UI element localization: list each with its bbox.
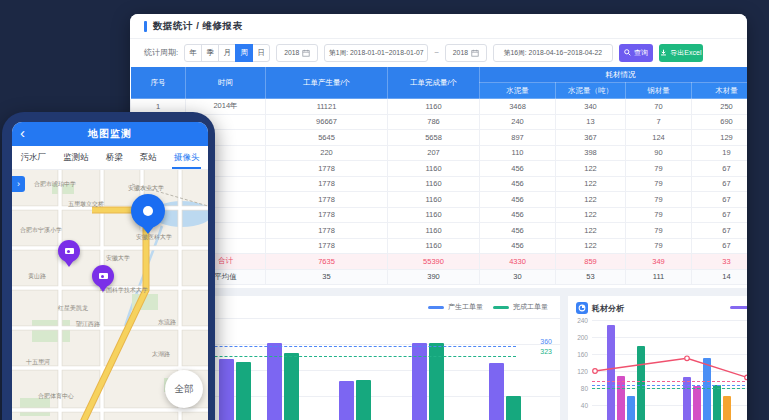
sub-column-header: 钢材量 xyxy=(626,83,692,99)
table-cell: 122 xyxy=(556,207,626,223)
bar-产生工单量 xyxy=(489,363,504,420)
table-cell: 14 xyxy=(692,269,748,285)
table-cell: 1778 xyxy=(266,161,388,177)
sub-column-header: 木材量 xyxy=(692,83,748,99)
map-label: 安徽农业大学 xyxy=(128,184,164,193)
table-cell: 67 xyxy=(692,176,748,192)
map-label: 合肥体育中心 xyxy=(38,392,74,401)
period-option-周[interactable]: 周 xyxy=(235,44,253,62)
table-row: 42202071103989019 xyxy=(131,145,748,161)
phone-mockup: ‹ 地图监测 污水厂监测站桥梁泵站摄像头 xyxy=(2,112,215,420)
table-cell: 122 xyxy=(556,176,626,192)
table-cell: 1160 xyxy=(388,161,480,177)
map-expand-button[interactable]: › xyxy=(12,176,25,192)
sub-column-header: 水泥量 xyxy=(480,83,556,99)
tab-污水厂[interactable]: 污水厂 xyxy=(21,146,47,169)
table-cell: 340 xyxy=(556,99,626,115)
table-cell: 122 xyxy=(556,192,626,208)
table-cell: 19 xyxy=(692,145,748,161)
table-cell: 3468 xyxy=(480,99,556,115)
end-year-select[interactable]: 2018 xyxy=(445,44,487,62)
table-cell: 690 xyxy=(692,114,748,130)
table-cell: 55390 xyxy=(388,254,480,270)
dashboard-window: 数据统计 / 维修报表 统计周期: 年季月周日 2018 第1周: 2018-0… xyxy=(130,14,747,420)
end-week-select[interactable]: 第16周: 2018-04-16~2018-04-22 xyxy=(493,44,613,62)
phone-screen: ‹ 地图监测 污水厂监测站桥梁泵站摄像头 xyxy=(12,122,208,420)
breadcrumb-bar: 数据统计 / 维修报表 xyxy=(130,14,747,38)
period-option-月[interactable]: 月 xyxy=(218,44,236,62)
location-pin-dot xyxy=(143,206,153,216)
table-cell: 30 xyxy=(480,269,556,285)
sub-column-header: 水泥量（吨） xyxy=(556,83,626,99)
tab-泵站[interactable]: 泵站 xyxy=(140,146,157,169)
map-label: 望江西路 xyxy=(76,320,100,329)
camera-pin[interactable] xyxy=(92,265,114,287)
table-row: 296667786240137690 xyxy=(131,114,748,130)
table-cell: 122 xyxy=(556,161,626,177)
table-cell: 456 xyxy=(480,207,556,223)
table-cell: 111 xyxy=(626,269,692,285)
table-cell: 79 xyxy=(626,207,692,223)
location-pin[interactable] xyxy=(131,194,165,228)
report-table: 序号时间工单产生量/个工单完成量/个耗材情况水泥量水泥量（吨）钢材量木材量120… xyxy=(130,66,747,285)
start-year-select[interactable]: 2018 xyxy=(276,44,318,62)
table-cell: 129 xyxy=(692,130,748,146)
start-week-select[interactable]: 第1周: 2018-01-01~2018-01-07 xyxy=(324,44,428,62)
bar-产生工单量 xyxy=(219,359,234,420)
bar-产生工单量 xyxy=(412,343,427,420)
table-cell: 67 xyxy=(692,207,748,223)
bar-完成工单量 xyxy=(236,362,251,420)
map-label: 黄山路 xyxy=(28,272,46,281)
group-header: 耗材情况 xyxy=(480,67,748,83)
table-row: 7177811604561227967 xyxy=(131,192,748,208)
table-cell: 390 xyxy=(388,269,480,285)
query-button[interactable]: 查询 xyxy=(619,44,653,62)
bar-产生工单量 xyxy=(339,381,354,420)
table-row: 12014年111211160346834070250 xyxy=(131,99,748,115)
table-cell: 1160 xyxy=(388,192,480,208)
table-row: 356455658897367124129 xyxy=(131,130,748,146)
end-week-value: 第16周: 2018-04-16~2018-04-22 xyxy=(504,48,602,58)
table-cell: 35 xyxy=(266,269,388,285)
table-cell: 96667 xyxy=(266,114,388,130)
camera-pin[interactable] xyxy=(58,240,80,262)
table-cell: 207 xyxy=(388,145,480,161)
back-icon[interactable]: ‹ xyxy=(20,124,25,141)
tab-监测站[interactable]: 监测站 xyxy=(63,146,89,169)
tab-桥梁[interactable]: 桥梁 xyxy=(106,146,123,169)
legend-label: 完成工单量 xyxy=(513,302,548,312)
table-cell: 90 xyxy=(626,145,692,161)
map-all-button[interactable]: 全部 xyxy=(165,370,203,408)
period-option-年[interactable]: 年 xyxy=(184,44,202,62)
table-cell: 67 xyxy=(692,192,748,208)
period-label: 统计周期: xyxy=(144,47,178,58)
table-cell: 456 xyxy=(480,223,556,239)
filter-bar: 统计周期: 年季月周日 2018 第1周: 2018-01-01~2018-01… xyxy=(130,38,747,66)
materials-chart-card: 耗材分析 2402001601208040 xyxy=(568,296,747,420)
table-cell: 67 xyxy=(692,161,748,177)
period-option-季[interactable]: 季 xyxy=(201,44,219,62)
map-label: 红星美凯龙 xyxy=(58,304,88,313)
period-option-日[interactable]: 日 xyxy=(252,44,270,62)
table-cell: 1778 xyxy=(266,176,388,192)
table-cell: 122 xyxy=(556,223,626,239)
table-cell: 367 xyxy=(556,130,626,146)
table-cell: 398 xyxy=(556,145,626,161)
table-row: 6177811604561227967 xyxy=(131,176,748,192)
workorder-chart-legend: 产生工单量完成工单量 xyxy=(428,302,548,312)
map-view[interactable]: › 合肥市琥珀中学安徽农业大学五里墩立交桥安徽医科大学合肥市宁溪小学安徽大学黄山… xyxy=(12,170,208,420)
table-cell: 13 xyxy=(556,114,626,130)
total-row: 合计763555390433085934933 xyxy=(131,254,748,270)
tab-摄像头[interactable]: 摄像头 xyxy=(174,146,200,169)
download-icon xyxy=(660,49,667,56)
end-year-value: 2018 xyxy=(453,49,468,56)
report-table-element: 序号时间工单产生量/个工单完成量/个耗材情况水泥量水泥量（吨）钢材量木材量120… xyxy=(130,66,747,285)
table-cell: 786 xyxy=(388,114,480,130)
breadcrumb-accent xyxy=(144,21,147,32)
export-excel-button[interactable]: 导出Excel xyxy=(659,44,703,62)
map-label: 十五里河 xyxy=(26,358,50,367)
table-cell: 1778 xyxy=(266,207,388,223)
table-row: 8177811604561227967 xyxy=(131,207,748,223)
table-cell: 456 xyxy=(480,192,556,208)
legend-label: 产生工单量 xyxy=(448,302,483,312)
